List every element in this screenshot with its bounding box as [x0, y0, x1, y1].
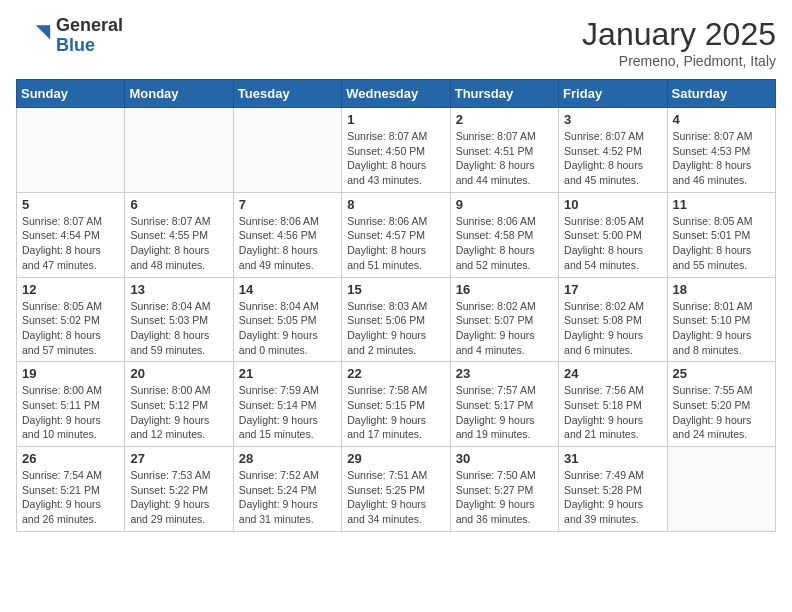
calendar-cell: 26Sunrise: 7:54 AM Sunset: 5:21 PM Dayli… [17, 447, 125, 532]
day-number: 10 [564, 197, 661, 212]
col-header-saturday: Saturday [667, 80, 775, 108]
day-number: 9 [456, 197, 553, 212]
calendar-cell: 17Sunrise: 8:02 AM Sunset: 5:08 PM Dayli… [559, 277, 667, 362]
logo: General Blue [16, 16, 123, 56]
calendar-cell [233, 108, 341, 193]
calendar-cell [125, 108, 233, 193]
calendar-cell [667, 447, 775, 532]
day-number: 8 [347, 197, 444, 212]
day-number: 29 [347, 451, 444, 466]
calendar-cell: 2Sunrise: 8:07 AM Sunset: 4:51 PM Daylig… [450, 108, 558, 193]
day-number: 4 [673, 112, 770, 127]
day-info: Sunrise: 8:03 AM Sunset: 5:06 PM Dayligh… [347, 299, 444, 358]
calendar-week-4: 19Sunrise: 8:00 AM Sunset: 5:11 PM Dayli… [17, 362, 776, 447]
calendar-cell: 7Sunrise: 8:06 AM Sunset: 4:56 PM Daylig… [233, 192, 341, 277]
day-number: 7 [239, 197, 336, 212]
calendar-cell: 16Sunrise: 8:02 AM Sunset: 5:07 PM Dayli… [450, 277, 558, 362]
day-info: Sunrise: 8:07 AM Sunset: 4:54 PM Dayligh… [22, 214, 119, 273]
day-info: Sunrise: 7:55 AM Sunset: 5:20 PM Dayligh… [673, 383, 770, 442]
calendar-cell: 13Sunrise: 8:04 AM Sunset: 5:03 PM Dayli… [125, 277, 233, 362]
day-info: Sunrise: 8:07 AM Sunset: 4:50 PM Dayligh… [347, 129, 444, 188]
day-number: 28 [239, 451, 336, 466]
calendar-cell: 23Sunrise: 7:57 AM Sunset: 5:17 PM Dayli… [450, 362, 558, 447]
day-info: Sunrise: 7:57 AM Sunset: 5:17 PM Dayligh… [456, 383, 553, 442]
calendar-cell: 31Sunrise: 7:49 AM Sunset: 5:28 PM Dayli… [559, 447, 667, 532]
col-header-tuesday: Tuesday [233, 80, 341, 108]
day-number: 16 [456, 282, 553, 297]
calendar-week-2: 5Sunrise: 8:07 AM Sunset: 4:54 PM Daylig… [17, 192, 776, 277]
day-info: Sunrise: 8:06 AM Sunset: 4:56 PM Dayligh… [239, 214, 336, 273]
calendar-week-3: 12Sunrise: 8:05 AM Sunset: 5:02 PM Dayli… [17, 277, 776, 362]
day-number: 17 [564, 282, 661, 297]
day-info: Sunrise: 8:07 AM Sunset: 4:51 PM Dayligh… [456, 129, 553, 188]
location-subtitle: Premeno, Piedmont, Italy [582, 53, 776, 69]
day-number: 22 [347, 366, 444, 381]
day-number: 5 [22, 197, 119, 212]
day-info: Sunrise: 8:02 AM Sunset: 5:08 PM Dayligh… [564, 299, 661, 358]
day-number: 23 [456, 366, 553, 381]
day-info: Sunrise: 8:02 AM Sunset: 5:07 PM Dayligh… [456, 299, 553, 358]
day-info: Sunrise: 8:06 AM Sunset: 4:58 PM Dayligh… [456, 214, 553, 273]
day-number: 30 [456, 451, 553, 466]
day-number: 18 [673, 282, 770, 297]
calendar-cell: 29Sunrise: 7:51 AM Sunset: 5:25 PM Dayli… [342, 447, 450, 532]
svg-marker-0 [36, 25, 50, 39]
calendar-cell: 25Sunrise: 7:55 AM Sunset: 5:20 PM Dayli… [667, 362, 775, 447]
col-header-thursday: Thursday [450, 80, 558, 108]
day-number: 19 [22, 366, 119, 381]
day-info: Sunrise: 8:05 AM Sunset: 5:01 PM Dayligh… [673, 214, 770, 273]
day-number: 6 [130, 197, 227, 212]
day-number: 11 [673, 197, 770, 212]
day-info: Sunrise: 7:56 AM Sunset: 5:18 PM Dayligh… [564, 383, 661, 442]
day-number: 21 [239, 366, 336, 381]
calendar-cell: 3Sunrise: 8:07 AM Sunset: 4:52 PM Daylig… [559, 108, 667, 193]
calendar-cell: 21Sunrise: 7:59 AM Sunset: 5:14 PM Dayli… [233, 362, 341, 447]
day-info: Sunrise: 8:05 AM Sunset: 5:00 PM Dayligh… [564, 214, 661, 273]
calendar-cell: 30Sunrise: 7:50 AM Sunset: 5:27 PM Dayli… [450, 447, 558, 532]
calendar-cell: 24Sunrise: 7:56 AM Sunset: 5:18 PM Dayli… [559, 362, 667, 447]
calendar-cell: 9Sunrise: 8:06 AM Sunset: 4:58 PM Daylig… [450, 192, 558, 277]
day-info: Sunrise: 7:53 AM Sunset: 5:22 PM Dayligh… [130, 468, 227, 527]
day-info: Sunrise: 8:07 AM Sunset: 4:52 PM Dayligh… [564, 129, 661, 188]
logo-text: General Blue [56, 16, 123, 56]
day-number: 20 [130, 366, 227, 381]
calendar-cell: 11Sunrise: 8:05 AM Sunset: 5:01 PM Dayli… [667, 192, 775, 277]
day-info: Sunrise: 7:49 AM Sunset: 5:28 PM Dayligh… [564, 468, 661, 527]
day-info: Sunrise: 7:54 AM Sunset: 5:21 PM Dayligh… [22, 468, 119, 527]
day-number: 26 [22, 451, 119, 466]
day-info: Sunrise: 7:50 AM Sunset: 5:27 PM Dayligh… [456, 468, 553, 527]
col-header-monday: Monday [125, 80, 233, 108]
calendar-week-1: 1Sunrise: 8:07 AM Sunset: 4:50 PM Daylig… [17, 108, 776, 193]
day-info: Sunrise: 7:59 AM Sunset: 5:14 PM Dayligh… [239, 383, 336, 442]
day-number: 14 [239, 282, 336, 297]
day-info: Sunrise: 7:51 AM Sunset: 5:25 PM Dayligh… [347, 468, 444, 527]
calendar-cell: 18Sunrise: 8:01 AM Sunset: 5:10 PM Dayli… [667, 277, 775, 362]
calendar-cell: 10Sunrise: 8:05 AM Sunset: 5:00 PM Dayli… [559, 192, 667, 277]
day-number: 31 [564, 451, 661, 466]
calendar-cell: 27Sunrise: 7:53 AM Sunset: 5:22 PM Dayli… [125, 447, 233, 532]
day-info: Sunrise: 8:01 AM Sunset: 5:10 PM Dayligh… [673, 299, 770, 358]
day-number: 25 [673, 366, 770, 381]
calendar-cell: 28Sunrise: 7:52 AM Sunset: 5:24 PM Dayli… [233, 447, 341, 532]
month-title: January 2025 [582, 16, 776, 53]
day-info: Sunrise: 8:04 AM Sunset: 5:03 PM Dayligh… [130, 299, 227, 358]
calendar-cell: 8Sunrise: 8:06 AM Sunset: 4:57 PM Daylig… [342, 192, 450, 277]
day-info: Sunrise: 7:58 AM Sunset: 5:15 PM Dayligh… [347, 383, 444, 442]
col-header-friday: Friday [559, 80, 667, 108]
logo-icon [16, 18, 52, 54]
day-info: Sunrise: 8:05 AM Sunset: 5:02 PM Dayligh… [22, 299, 119, 358]
day-info: Sunrise: 8:00 AM Sunset: 5:11 PM Dayligh… [22, 383, 119, 442]
day-number: 2 [456, 112, 553, 127]
calendar-cell: 15Sunrise: 8:03 AM Sunset: 5:06 PM Dayli… [342, 277, 450, 362]
logo-blue: Blue [56, 36, 123, 56]
day-info: Sunrise: 8:00 AM Sunset: 5:12 PM Dayligh… [130, 383, 227, 442]
page-header: General Blue January 2025 Premeno, Piedm… [16, 16, 776, 69]
calendar-cell: 22Sunrise: 7:58 AM Sunset: 5:15 PM Dayli… [342, 362, 450, 447]
day-info: Sunrise: 8:07 AM Sunset: 4:53 PM Dayligh… [673, 129, 770, 188]
day-number: 12 [22, 282, 119, 297]
calendar-header-row: SundayMondayTuesdayWednesdayThursdayFrid… [17, 80, 776, 108]
day-info: Sunrise: 8:04 AM Sunset: 5:05 PM Dayligh… [239, 299, 336, 358]
calendar-cell: 14Sunrise: 8:04 AM Sunset: 5:05 PM Dayli… [233, 277, 341, 362]
title-area: January 2025 Premeno, Piedmont, Italy [582, 16, 776, 69]
calendar-cell: 4Sunrise: 8:07 AM Sunset: 4:53 PM Daylig… [667, 108, 775, 193]
